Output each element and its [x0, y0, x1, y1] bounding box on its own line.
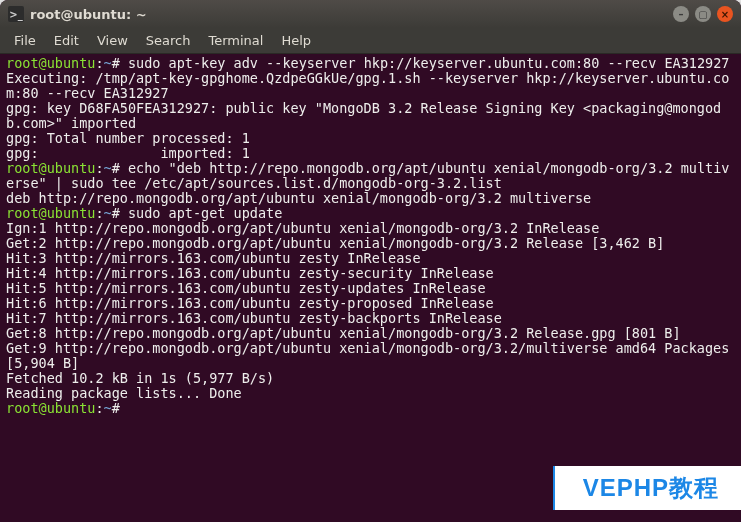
terminal-output-line: Hit:6 http://mirrors.163.com/ubuntu zest…: [6, 296, 735, 311]
close-button[interactable]: ×: [717, 6, 733, 22]
prompt-suffix: #: [112, 55, 128, 71]
prompt-user-host: root@ubuntu: [6, 55, 95, 71]
terminal-command-line: root@ubuntu:~# sudo apt-get update: [6, 206, 735, 221]
prompt-user-host: root@ubuntu: [6, 400, 95, 416]
terminal-output-line: Get:9 http://repo.mongodb.org/apt/ubuntu…: [6, 341, 735, 371]
terminal-output-line: Executing: /tmp/apt-key-gpghome.QzdpeGGk…: [6, 71, 735, 101]
prompt-user-host: root@ubuntu: [6, 160, 95, 176]
menu-view[interactable]: View: [89, 30, 136, 51]
terminal-output-line: gpg: Total number processed: 1: [6, 131, 735, 146]
terminal-command-line: root@ubuntu:~# echo "deb http://repo.mon…: [6, 161, 735, 191]
menu-search[interactable]: Search: [138, 30, 199, 51]
menu-file[interactable]: File: [6, 30, 44, 51]
terminal-command-line: root@ubuntu:~# sudo apt-key adv --keyser…: [6, 56, 735, 71]
prompt-path: ~: [104, 160, 112, 176]
prompt-path: ~: [104, 205, 112, 221]
prompt-suffix: #: [112, 160, 128, 176]
menubar: File Edit View Search Terminal Help: [0, 28, 741, 54]
prompt-user-host: root@ubuntu: [6, 205, 95, 221]
menu-help[interactable]: Help: [273, 30, 319, 51]
prompt-path: ~: [104, 400, 112, 416]
terminal-output-line: Get:2 http://repo.mongodb.org/apt/ubuntu…: [6, 236, 735, 251]
prompt-path: ~: [104, 55, 112, 71]
terminal-icon: >_: [8, 6, 24, 22]
terminal-output-line: Fetched 10.2 kB in 1s (5,977 B/s): [6, 371, 735, 386]
window-controls: – ▢ ×: [673, 6, 733, 22]
terminal-output[interactable]: root@ubuntu:~# sudo apt-key adv --keyser…: [0, 54, 741, 522]
terminal-output-line: gpg: key D68FA50FEA312927: public key "M…: [6, 101, 735, 131]
terminal-output-line: deb http://repo.mongodb.org/apt/ubuntu x…: [6, 191, 735, 206]
prompt-suffix: #: [112, 205, 128, 221]
window-title: root@ubuntu: ~: [30, 7, 673, 22]
command-text: sudo apt-key adv --keyserver hkp://keyse…: [128, 55, 729, 71]
terminal-output-line: Hit:3 http://mirrors.163.com/ubuntu zest…: [6, 251, 735, 266]
prompt-suffix: #: [112, 400, 128, 416]
prompt-sep: :: [95, 160, 103, 176]
terminal-output-line: Hit:4 http://mirrors.163.com/ubuntu zest…: [6, 266, 735, 281]
command-text: sudo apt-get update: [128, 205, 282, 221]
prompt-sep: :: [95, 400, 103, 416]
terminal-window: >_ root@ubuntu: ~ – ▢ × File Edit View S…: [0, 0, 741, 522]
minimize-button[interactable]: –: [673, 6, 689, 22]
menu-edit[interactable]: Edit: [46, 30, 87, 51]
titlebar: >_ root@ubuntu: ~ – ▢ ×: [0, 0, 741, 28]
terminal-output-line: Hit:5 http://mirrors.163.com/ubuntu zest…: [6, 281, 735, 296]
terminal-output-line: Get:8 http://repo.mongodb.org/apt/ubuntu…: [6, 326, 735, 341]
prompt-sep: :: [95, 205, 103, 221]
terminal-output-line: Ign:1 http://repo.mongodb.org/apt/ubuntu…: [6, 221, 735, 236]
terminal-command-line: root@ubuntu:~#: [6, 401, 735, 416]
prompt-sep: :: [95, 55, 103, 71]
watermark-overlay: VEPHP教程: [553, 466, 741, 510]
terminal-output-line: gpg: imported: 1: [6, 146, 735, 161]
maximize-button[interactable]: ▢: [695, 6, 711, 22]
terminal-output-line: Reading package lists... Done: [6, 386, 735, 401]
terminal-output-line: Hit:7 http://mirrors.163.com/ubuntu zest…: [6, 311, 735, 326]
menu-terminal[interactable]: Terminal: [200, 30, 271, 51]
